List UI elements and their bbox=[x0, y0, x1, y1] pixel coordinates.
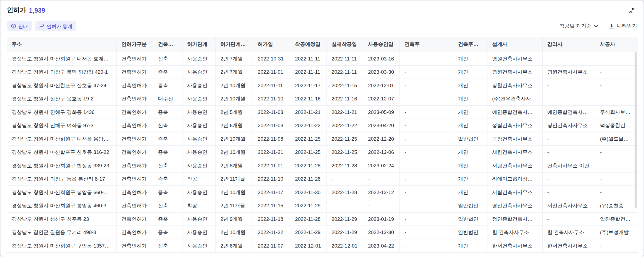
table-cell: 개인 bbox=[453, 92, 487, 106]
table-cell: 2022-11-21 bbox=[327, 106, 363, 119]
table-cell: 2022-11-01 bbox=[253, 159, 290, 173]
column-header-7: 실제착공일 bbox=[327, 37, 363, 52]
table-cell: 경상남도 창원시 진해구 경화동 1436 bbox=[7, 106, 117, 119]
table-cell: 사용승인 bbox=[182, 146, 215, 159]
table-cell: 2년 6개월 bbox=[215, 239, 253, 253]
table-cell: (유)승천종합건설 bbox=[595, 199, 638, 212]
table-cell: 2022-11-11 bbox=[327, 52, 363, 66]
table-cell: 씨에이그룹이성복건축... bbox=[487, 172, 542, 186]
table-row[interactable]: 경상남도 창원시 의창구 동읍 봉산리 8-17건축인허가증축착공2년 11개월… bbox=[7, 172, 638, 186]
table-cell: 2022-11-08 bbox=[253, 132, 290, 146]
vertical-scrollbar[interactable] bbox=[635, 52, 637, 208]
right-controls: 착공일 과거순 내려받기 bbox=[559, 23, 637, 29]
table-cell: 2023-03-30 bbox=[363, 65, 400, 79]
permits-table: 주소인허가구분건축구분허가단계허가단계별 경과허가일착공예정일실제착공일사용승인… bbox=[7, 37, 638, 253]
table-row[interactable]: 경상남도 창원시 마산회원구 봉암동 460-3건축인허가신축착공2년 11개월… bbox=[7, 199, 638, 212]
column-header-12: 감리사 bbox=[542, 37, 595, 52]
table-cell: 2023-05-09 bbox=[363, 106, 400, 119]
title-row: 인허가 1,939 bbox=[7, 6, 637, 15]
table-cell: - bbox=[400, 172, 453, 186]
table-cell: - bbox=[327, 172, 363, 186]
table-cell: 개인 bbox=[453, 146, 487, 159]
table-cell: 2022-11-01 bbox=[253, 65, 290, 79]
column-header-3: 허가단계 bbox=[182, 37, 215, 52]
table-cell: 명인건축사사무소 bbox=[542, 119, 595, 132]
table-cell: 사용승인 bbox=[182, 159, 215, 173]
table-cell: 경상남도 함안군 칠원읍 무기리 498-8 bbox=[7, 226, 117, 239]
table-cell: 건축인허가 bbox=[117, 226, 153, 239]
table-cell: - bbox=[542, 132, 595, 146]
column-header-0: 주소 bbox=[7, 37, 117, 52]
table-row[interactable]: 경상남도 창원시 성산구 용호동 19-2건축인허가대수선사용승인2년 10개월… bbox=[7, 92, 638, 106]
table-row[interactable]: 경상남도 함안군 칠원읍 무기리 498-8건축인허가증축사용승인2년 10개월… bbox=[7, 226, 638, 239]
table-row[interactable]: 경상남도 창원시 마산합포구 산호동 316-22건축인허가증축사용승인2년 1… bbox=[7, 146, 638, 159]
table-cell: 건축인허가 bbox=[117, 52, 153, 66]
table-row[interactable]: 경상남도 창원시 의창구 북면 외감리 429-1건축인허가증축사용승인2년 7… bbox=[7, 65, 638, 79]
table-cell: - bbox=[327, 199, 363, 212]
table-cell: 2년 5개월 bbox=[215, 106, 253, 119]
table-row[interactable]: 경상남도 창원시 마산회원구 구암동 1357-41건축인허가신축사용승인2년 … bbox=[7, 239, 638, 253]
sort-label: 착공일 과거순 bbox=[559, 23, 591, 29]
table-cell: 2023-03-16 bbox=[363, 52, 400, 66]
table-cell: - bbox=[595, 52, 638, 66]
table-cell: 2022-11-28 bbox=[327, 159, 363, 173]
table-row[interactable]: 경상남도 창원시 성산구 성주동 23건축인허가증축사용승인2년 9개월2022… bbox=[7, 212, 638, 226]
table-cell: 신축 bbox=[153, 239, 182, 253]
table-row[interactable]: 경상남도 창원시 마산합포구 산호동 47-24건축인허가증축사용승인2년 10… bbox=[7, 79, 638, 92]
table-cell: 경상남도 창원시 마산회원구 구암동 1357-41 bbox=[7, 239, 117, 253]
table-row[interactable]: 경상남도 창원시 마산회원구 봉암동 660-228건축인허가증축사용승인2년 … bbox=[7, 186, 638, 199]
table-cell: 증축 bbox=[153, 132, 182, 146]
table-cell: 개인 bbox=[453, 65, 487, 79]
table-cell: 2022-12-20 bbox=[363, 132, 400, 146]
table-cell: 2022-11-25 bbox=[327, 146, 363, 159]
table-cell: 신축 bbox=[153, 52, 182, 66]
table-cell: 증축 bbox=[153, 172, 182, 186]
download-button[interactable]: 내려받기 bbox=[609, 23, 637, 29]
table-cell: - bbox=[400, 79, 453, 92]
table-cell: 경상남도 창원시 마산회원구 내서읍 호계리 310-1 bbox=[7, 52, 117, 66]
table-cell: - bbox=[400, 199, 453, 212]
table-cell: 경상남도 창원시 마산합포구 산호동 316-22 bbox=[7, 146, 117, 159]
table-cell: 증축 bbox=[153, 226, 182, 239]
table-cell: - bbox=[542, 52, 595, 66]
table-cell: 한서건축사사무소 bbox=[487, 239, 542, 253]
table-cell: 사용승인 bbox=[182, 119, 215, 132]
table-row[interactable]: 경상남도 창원시 마산회원구 합성동 339-23건축인허가신축사용승인2년 8… bbox=[7, 159, 638, 173]
table-cell: - bbox=[400, 119, 453, 132]
table-cell: 2023-04-20 bbox=[363, 119, 400, 132]
stats-chip[interactable]: 인허가 통계 bbox=[35, 21, 77, 31]
table-row[interactable]: 경상남도 창원시 마산회원구 내서읍 호계리 310-1건축인허가신축사용승인2… bbox=[7, 52, 638, 66]
table-cell: 2023-04-22 bbox=[363, 239, 400, 253]
permit-count: 1,939 bbox=[29, 7, 45, 14]
table-row[interactable]: 경상남도 창원시 진해구 여좌동 97-3건축인허가신축사용승인2년 6개월20… bbox=[7, 119, 638, 132]
table-cell: 2022-11-15 bbox=[253, 199, 290, 212]
info-chip[interactable]: 안내 bbox=[7, 21, 32, 31]
sort-dropdown[interactable]: 착공일 과거순 bbox=[559, 23, 598, 29]
table-cell: 2022-11-10 bbox=[253, 92, 290, 106]
table-row[interactable]: 경상남도 창원시 마산회원구 내서읍 용담리 42건축인허가증축사용승인2년 1… bbox=[7, 132, 638, 146]
table-cell: - bbox=[542, 186, 595, 199]
table-cell: 경상남도 창원시 마산회원구 봉암동 660-228 bbox=[7, 186, 117, 199]
table-cell: 서림건축사사무소 bbox=[487, 159, 542, 173]
table-cell: 건축인허가 bbox=[117, 132, 153, 146]
table-cell: 새한건축사사무소 bbox=[487, 146, 542, 159]
table-wrap: 주소인허가구분건축구분허가단계허가단계별 경과허가일착공예정일실제착공일사용승인… bbox=[7, 37, 637, 253]
collapse-button[interactable] bbox=[628, 6, 636, 15]
table-cell: - bbox=[542, 92, 595, 106]
table-cell: 사용승인 bbox=[182, 52, 215, 66]
table-cell: 2022-11-07 bbox=[253, 239, 290, 253]
table-row[interactable]: 경상남도 창원시 진해구 경화동 1436건축인허가증축사용승인2년 5개월20… bbox=[7, 106, 638, 119]
table-cell: 2022-11-22 bbox=[327, 119, 363, 132]
table-cell: 일반법인 bbox=[453, 226, 487, 239]
download-icon bbox=[609, 23, 615, 29]
table-cell: - bbox=[595, 186, 638, 199]
toolbar: 안내 인허가 통계 착공일 과거순 bbox=[7, 21, 637, 31]
table-cell: 2년 7개월 bbox=[215, 52, 253, 66]
table-cell: 서림건축사사무소 bbox=[487, 186, 542, 199]
table-cell: 개인 bbox=[453, 159, 487, 173]
table-cell: 건축인허가 bbox=[117, 79, 153, 92]
table-cell: 금창건축사사무소 bbox=[487, 132, 542, 146]
table-cell: 2022-12-01 bbox=[290, 239, 327, 253]
collapse-icon bbox=[629, 7, 635, 14]
table-cell: 2022-11-11 bbox=[290, 65, 327, 79]
